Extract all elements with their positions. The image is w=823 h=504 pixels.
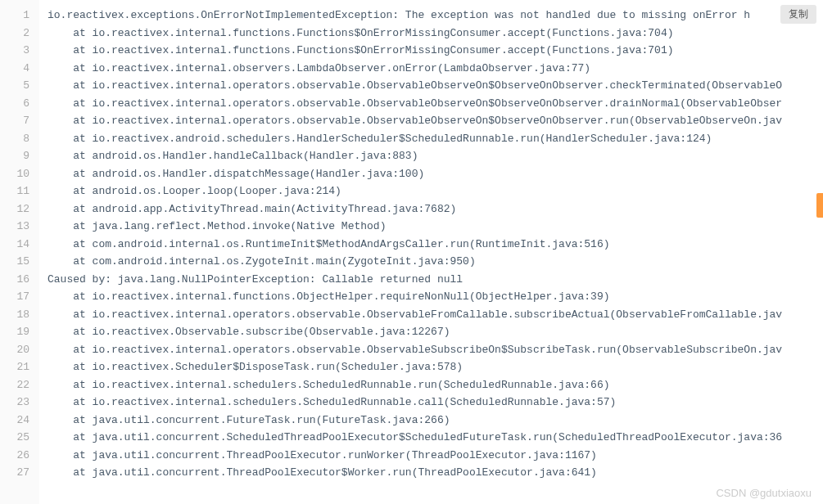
code-line: io.reactivex.exceptions.OnErrorNotImplem… [47,7,823,25]
code-line: at io.reactivex.Observable.subscribe(Obs… [47,323,823,341]
code-line: at android.app.ActivityThread.main(Activ… [47,200,823,218]
code-line: at java.util.concurrent.ScheduledThreadP… [47,429,823,447]
code-line: at java.util.concurrent.ThreadPoolExecut… [47,447,823,465]
code-line: at io.reactivex.internal.operators.obser… [47,306,823,324]
line-number: 4 [0,60,39,78]
line-number: 15 [0,253,39,271]
code-line: at android.os.Handler.dispatchMessage(Ha… [47,165,823,183]
line-number: 16 [0,271,39,289]
code-content: io.reactivex.exceptions.OnErrorNotImplem… [39,0,823,504]
line-number: 8 [0,130,39,148]
line-number: 26 [0,447,39,465]
line-number: 18 [0,306,39,324]
code-line: at java.lang.reflect.Method.invoke(Nativ… [47,218,823,236]
line-number: 3 [0,42,39,60]
line-number: 10 [0,165,39,183]
code-line: at io.reactivex.android.schedulers.Handl… [47,130,823,148]
code-line: Caused by: java.lang.NullPointerExceptio… [47,271,823,289]
code-line: at io.reactivex.Scheduler$DisposeTask.ru… [47,358,823,376]
line-number: 12 [0,200,39,218]
line-number: 9 [0,147,39,165]
line-number: 24 [0,412,39,430]
line-number: 6 [0,95,39,113]
line-number: 1 [0,7,39,25]
code-line: at io.reactivex.internal.functions.Funct… [47,42,823,60]
line-number-gutter: 1234567891011121314151617181920212223242… [0,0,39,504]
line-number: 14 [0,236,39,254]
code-line: at com.android.internal.os.RuntimeInit$M… [47,236,823,254]
code-line: at android.os.Looper.loop(Looper.java:21… [47,182,823,200]
line-number: 22 [0,376,39,394]
code-line: at io.reactivex.internal.operators.obser… [47,77,823,95]
code-line: at io.reactivex.internal.schedulers.Sche… [47,394,823,412]
line-number: 21 [0,358,39,376]
line-number: 20 [0,341,39,359]
line-number: 27 [0,464,39,482]
code-line: at io.reactivex.internal.schedulers.Sche… [47,376,823,394]
code-line: at java.util.concurrent.FutureTask.run(F… [47,412,823,430]
line-number: 7 [0,112,39,130]
line-number: 11 [0,182,39,200]
code-line: at io.reactivex.internal.functions.Objec… [47,288,823,306]
line-number: 17 [0,288,39,306]
code-line: at io.reactivex.internal.operators.obser… [47,95,823,113]
line-number: 25 [0,429,39,447]
scroll-indicator [816,193,823,218]
copy-button[interactable]: 复制 [780,5,816,24]
line-number: 19 [0,323,39,341]
line-number: 13 [0,218,39,236]
code-line: at android.os.Handler.handleCallback(Han… [47,147,823,165]
code-line: at io.reactivex.internal.observers.Lambd… [47,60,823,78]
watermark-text: CSDN @gdutxiaoxu [716,487,812,499]
line-number: 23 [0,394,39,412]
code-block: 1234567891011121314151617181920212223242… [0,0,823,504]
code-line: at io.reactivex.internal.operators.obser… [47,341,823,359]
code-line: at io.reactivex.internal.functions.Funct… [47,25,823,43]
code-line: at com.android.internal.os.ZygoteInit.ma… [47,253,823,271]
line-number: 5 [0,77,39,95]
line-number: 2 [0,25,39,43]
code-line: at io.reactivex.internal.operators.obser… [47,112,823,130]
code-line: at java.util.concurrent.ThreadPoolExecut… [47,464,823,482]
